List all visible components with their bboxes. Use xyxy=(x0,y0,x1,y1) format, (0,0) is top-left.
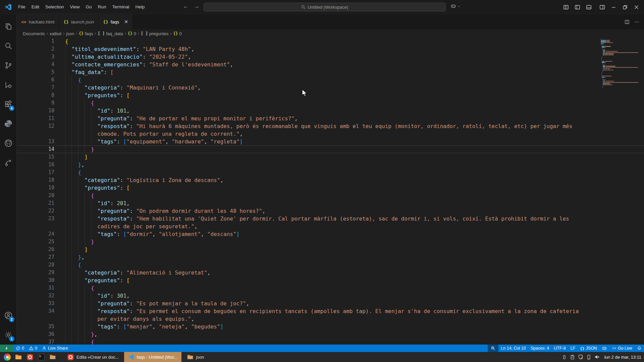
menu-go[interactable]: Go xyxy=(83,3,95,11)
status-lf[interactable]: LF xyxy=(568,345,578,352)
code-row[interactable]: 30 "preguntes": [ xyxy=(17,277,644,284)
command-center-search[interactable]: Untitled (Workspace) xyxy=(204,3,446,11)
activity-live-share-icon[interactable] xyxy=(0,153,16,172)
split-editor-icon[interactable] xyxy=(625,19,630,24)
code-row[interactable]: 6 { xyxy=(17,76,644,84)
menu-run[interactable]: Run xyxy=(95,3,109,11)
taskbar-pinwheel-icon[interactable] xyxy=(3,353,11,361)
breadcrumb-item-0[interactable]: {}0 xyxy=(173,31,182,36)
code-row[interactable]: 19 "preguntes": [ xyxy=(17,184,644,192)
activity-run-debug-icon[interactable] xyxy=(0,75,16,95)
status-zoom-in-icon[interactable] xyxy=(488,345,498,352)
code-row[interactable]: 22 "pregunta": "On podrem dormir durant … xyxy=(17,207,644,215)
min-icon[interactable] xyxy=(609,3,618,11)
menu-view[interactable]: View xyxy=(67,3,83,11)
code-row[interactable]: 5 "faq_data": [ xyxy=(17,68,644,76)
code-row[interactable]: 17 { xyxy=(17,169,644,176)
status-spaces-4[interactable]: Spaces: 4 xyxy=(528,345,552,352)
nav-forward-icon[interactable]: → xyxy=(194,3,200,10)
taskbar-window-faqs-Untitled-Wor-[interactable]: faqs - Untitled (Wor... xyxy=(124,352,181,362)
menu-help[interactable]: Help xyxy=(132,3,148,11)
activity-extensions-icon[interactable]: 4 xyxy=(0,95,16,114)
menu-terminal[interactable]: Terminal xyxy=(109,3,132,11)
code-row[interactable]: 7 "categoria": "Maquinari i Connexió", xyxy=(17,84,644,92)
status-utf-8[interactable]: UTF-8 xyxy=(551,345,568,352)
panel-left-icon[interactable] xyxy=(573,3,582,11)
code-row[interactable]: cadires de joc per seguretat.", xyxy=(17,223,644,230)
tab-faqs[interactable]: {}faqs✕ xyxy=(99,14,133,29)
breadcrumb-item-json[interactable]: json xyxy=(66,31,74,36)
code-row[interactable]: 4 "contacte_emergencies": "Staff de l'es… xyxy=(17,61,644,68)
status-bell-icon[interactable] xyxy=(635,345,644,352)
close-tab-icon[interactable]: ✕ xyxy=(124,19,128,24)
code-row[interactable]: 10 "id": 101, xyxy=(17,107,644,115)
copilot-menu[interactable] xyxy=(450,3,461,9)
code-row[interactable]: 3 "ultima_actualitzacio": "2024-05-22", xyxy=(17,53,644,61)
code-row[interactable]: 9 { xyxy=(17,99,644,107)
code-row[interactable]: 37 { xyxy=(17,338,644,345)
code-row[interactable]: 16 }, xyxy=(17,161,644,169)
code-row[interactable]: 11 "pregunta": "He de portar el meu prop… xyxy=(17,115,644,122)
close-icon[interactable] xyxy=(632,3,641,11)
code-row[interactable]: 12 "resposta": "Hi haurà 6 màquines munt… xyxy=(17,122,644,130)
panel-bottom-icon[interactable] xyxy=(584,3,593,11)
code-row[interactable]: 2 "titol_esdeveniment": "LAN Party 48h", xyxy=(17,45,644,53)
activity-account-icon[interactable]: 2 xyxy=(0,306,16,325)
nav-back-icon[interactable]: ← xyxy=(183,3,189,10)
code-row[interactable]: 8 "preguntes": [ xyxy=(17,92,644,99)
breadcrumb-item-xatbot[interactable]: xatbot xyxy=(50,31,61,36)
status-copilot-icon[interactable] xyxy=(599,345,609,352)
activity-settings-gear-icon[interactable]: 1 xyxy=(0,325,16,345)
activity-files-icon[interactable] xyxy=(0,17,16,36)
layout-icon[interactable] xyxy=(561,3,570,11)
restore-icon[interactable] xyxy=(621,3,629,11)
activity-python-icon[interactable] xyxy=(0,114,16,133)
activity-source-control-icon[interactable] xyxy=(0,56,16,75)
status-json[interactable]: {}JSON xyxy=(578,345,599,352)
code-row[interactable]: 25 } xyxy=(17,238,644,246)
code-row-current[interactable]: 14 } xyxy=(17,145,644,153)
code-row[interactable]: 36 }, xyxy=(17,330,644,338)
shield-icon[interactable] xyxy=(578,354,583,360)
status-0[interactable]: 0 xyxy=(26,345,40,352)
code-row[interactable]: 31 { xyxy=(17,284,644,292)
code-row[interactable]: 28 { xyxy=(17,261,644,269)
code-row[interactable]: 18 "categoria": "Logística i Zona de des… xyxy=(17,176,644,184)
menu-file[interactable]: File xyxy=(15,3,29,11)
code-row[interactable]: 29 "categoria": "Alimentació i Seguretat… xyxy=(17,269,644,277)
clipboard-icon[interactable] xyxy=(570,355,575,360)
volume-muted-icon[interactable] xyxy=(594,354,600,360)
menu-selection[interactable]: Selection xyxy=(42,3,67,11)
remote-indicator[interactable] xyxy=(0,345,13,352)
breadcrumb-item-0[interactable]: {}0 xyxy=(128,31,136,36)
breadcrumb-item-Documents[interactable]: Documents xyxy=(23,31,45,36)
taskbar-window-Edita-Crear-un-doc-[interactable]: Edita «Crear un doc... xyxy=(63,352,123,362)
code-row[interactable]: 26 ] xyxy=(17,246,644,253)
tab-hackato.html[interactable]: <>hackato.html xyxy=(17,14,59,29)
minimap[interactable] xyxy=(600,39,641,345)
status-0[interactable]: 0 xyxy=(13,345,26,352)
taskbar-folder-orange-icon[interactable] xyxy=(14,353,23,361)
breadcrumb-item-faq_data[interactable]: [ ]faq_data xyxy=(98,31,123,36)
status-ln-14-col-10[interactable]: Ln 14, Col 10 xyxy=(498,345,528,352)
code-row[interactable]: 20 { xyxy=(17,192,644,199)
code-row[interactable]: 23 "resposta": "Hem habilitat una 'Quiet… xyxy=(17,215,644,223)
code-row[interactable]: 1{ xyxy=(17,38,644,45)
code-row[interactable]: 34 "resposta": "Es permet el consum de b… xyxy=(17,307,644,315)
code-row[interactable]: còmode. Pots portar una regleta de corre… xyxy=(17,130,644,138)
taskbar-terminal-icon[interactable]: $- xyxy=(37,353,46,361)
panel-right-icon[interactable] xyxy=(598,3,606,11)
code-row[interactable]: per evitar danys als equips.", xyxy=(17,315,644,323)
activity-search-icon[interactable] xyxy=(0,36,16,56)
taskbar-red-app-icon[interactable] xyxy=(25,353,34,361)
phone-icon[interactable] xyxy=(586,355,591,360)
code-row[interactable]: 32 "id": 301, xyxy=(17,292,644,300)
tab-launch.json[interactable]: {}launch.json xyxy=(59,14,99,29)
status-go-live[interactable]: Go Live xyxy=(609,345,635,352)
taskbar-folder-tan-icon[interactable] xyxy=(48,353,57,361)
code-row[interactable]: 13 "tags": ["equipament", "hardware", "r… xyxy=(17,138,644,145)
code-row[interactable]: 21 "id": 201, xyxy=(17,199,644,207)
code-row[interactable]: 33 "pregunta": "Es pot menjar a la taula… xyxy=(17,300,644,307)
code-row[interactable]: 15 ] xyxy=(17,153,644,161)
breadcrumb-item-preguntes[interactable]: [ ]preguntes xyxy=(141,31,169,36)
